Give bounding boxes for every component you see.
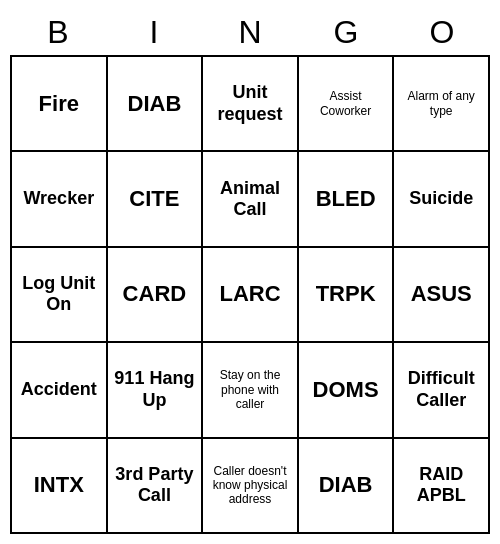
bingo-cell-r2-c1: CARD xyxy=(108,248,204,343)
bingo-cell-r3-c1: 911 Hang Up xyxy=(108,343,204,438)
bingo-cell-r3-c0: Accident xyxy=(12,343,108,438)
bingo-cell-r0-c2: Unit request xyxy=(203,57,299,152)
bingo-cell-r1-c3: BLED xyxy=(299,152,395,247)
header-letter-G: G xyxy=(298,10,394,55)
bingo-cell-r4-c4: RAID APBL xyxy=(394,439,490,534)
bingo-cell-r0-c0: Fire xyxy=(12,57,108,152)
bingo-cell-r0-c3: Assist Coworker xyxy=(299,57,395,152)
bingo-cell-r4-c2: Caller doesn't know physical address xyxy=(203,439,299,534)
bingo-cell-r2-c2: LARC xyxy=(203,248,299,343)
header-letter-N: N xyxy=(202,10,298,55)
bingo-cell-r1-c2: Animal Call xyxy=(203,152,299,247)
bingo-cell-r0-c1: DIAB xyxy=(108,57,204,152)
bingo-cell-r4-c3: DIAB xyxy=(299,439,395,534)
header-letter-O: O xyxy=(394,10,490,55)
header-letter-I: I xyxy=(106,10,202,55)
bingo-cell-r1-c1: CITE xyxy=(108,152,204,247)
bingo-cell-r4-c0: INTX xyxy=(12,439,108,534)
bingo-header: BINGO xyxy=(10,10,490,55)
bingo-cell-r4-c1: 3rd Party Call xyxy=(108,439,204,534)
bingo-cell-r1-c4: Suicide xyxy=(394,152,490,247)
bingo-card: BINGO FireDIABUnit requestAssist Coworke… xyxy=(10,10,490,534)
bingo-cell-r2-c3: TRPK xyxy=(299,248,395,343)
bingo-cell-r1-c0: Wrecker xyxy=(12,152,108,247)
bingo-grid: FireDIABUnit requestAssist CoworkerAlarm… xyxy=(10,55,490,534)
bingo-cell-r3-c3: DOMS xyxy=(299,343,395,438)
bingo-cell-r0-c4: Alarm of any type xyxy=(394,57,490,152)
bingo-cell-r3-c2: Stay on the phone with caller xyxy=(203,343,299,438)
bingo-cell-r3-c4: Difficult Caller xyxy=(394,343,490,438)
bingo-cell-r2-c4: ASUS xyxy=(394,248,490,343)
bingo-cell-r2-c0: Log Unit On xyxy=(12,248,108,343)
header-letter-B: B xyxy=(10,10,106,55)
